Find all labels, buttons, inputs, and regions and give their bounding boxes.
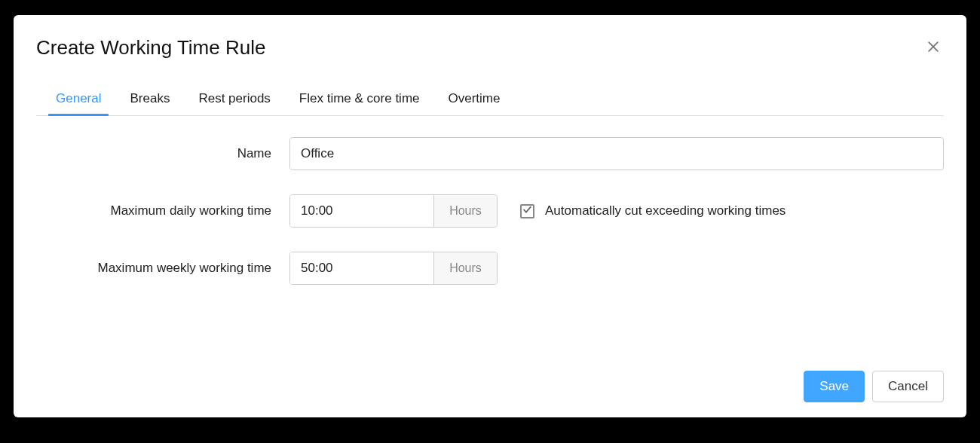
close-button[interactable] (923, 36, 944, 57)
tab-overtime[interactable]: Overtime (447, 84, 502, 115)
max-weekly-input[interactable] (290, 252, 433, 284)
close-icon (926, 45, 941, 57)
cancel-button[interactable]: Cancel (872, 371, 944, 402)
max-daily-unit: Hours (433, 195, 497, 227)
tab-breaks[interactable]: Breaks (128, 84, 171, 115)
row-max-weekly: Maximum weekly working time Hours (36, 252, 944, 285)
modal-footer: Save Cancel (36, 363, 944, 402)
name-label: Name (36, 146, 289, 161)
max-daily-label: Maximum daily working time (36, 203, 289, 218)
check-icon (522, 204, 532, 218)
row-name: Name (36, 137, 944, 170)
max-weekly-unit: Hours (433, 252, 497, 284)
max-daily-input[interactable] (290, 195, 433, 227)
max-weekly-label: Maximum weekly working time (36, 261, 289, 276)
form-panel: Name Maximum daily working time Hours (36, 116, 944, 363)
name-input[interactable] (289, 137, 944, 170)
auto-cut-label: Automatically cut exceeding working time… (545, 203, 786, 218)
max-daily-input-group: Hours (289, 194, 498, 228)
tabs: General Breaks Rest periods Flex time & … (36, 84, 944, 116)
create-working-time-rule-modal: Create Working Time Rule General Breaks … (14, 15, 966, 417)
save-button[interactable]: Save (804, 371, 865, 402)
row-max-daily: Maximum daily working time Hours Automat (36, 194, 944, 228)
auto-cut-checkbox[interactable]: Automatically cut exceeding working time… (520, 203, 786, 218)
modal-title: Create Working Time Rule (36, 36, 265, 60)
tab-general[interactable]: General (54, 84, 103, 115)
checkbox-box (520, 204, 534, 218)
modal-header: Create Working Time Rule (36, 36, 944, 60)
max-weekly-input-group: Hours (289, 252, 498, 285)
tab-flex-core-time[interactable]: Flex time & core time (298, 84, 421, 115)
tab-rest-periods[interactable]: Rest periods (197, 84, 271, 115)
